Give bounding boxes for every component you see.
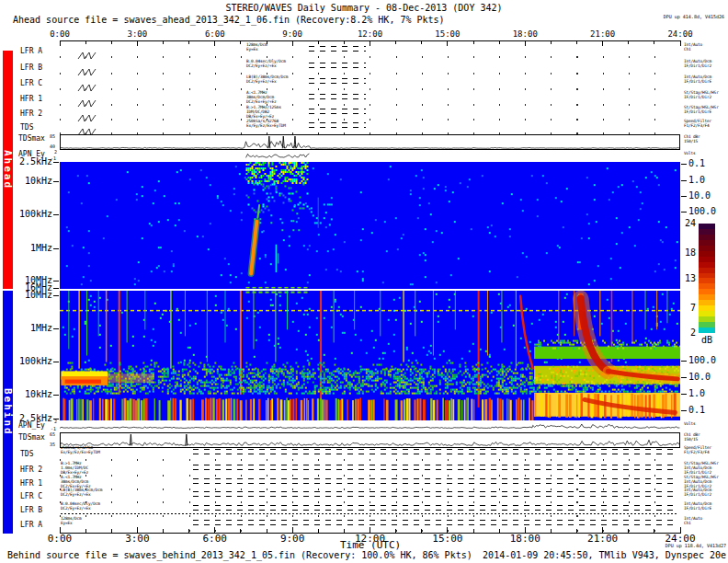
- row-right-annotation: F1/F2/F3/F4: [684, 124, 710, 129]
- freq-tick-label: 1MHz: [12, 324, 52, 333]
- row-dash-line: [309, 51, 366, 52]
- freq-tick: [53, 248, 59, 249]
- row-hour-ticks: [60, 530, 680, 532]
- time-tick: [525, 40, 526, 46]
- time-tick: [447, 40, 448, 46]
- time-tick: [111, 40, 112, 44]
- time-tick: [292, 40, 293, 46]
- row-annotation: DC2/Ey+Ez/+Ex: [61, 507, 91, 511]
- bottom-time-label: 12:00: [348, 534, 392, 544]
- ahead-spectrogram: [60, 162, 680, 289]
- behind-tdsmax-right-2: 150/15: [684, 438, 698, 442]
- right-tick-label: 10.0: [688, 373, 711, 382]
- row-dash-line: [309, 78, 366, 79]
- row-annotation: DC2/Ey+Ez/+Ex: [246, 64, 277, 69]
- row-dash-line: [193, 465, 678, 465]
- time-tick: [499, 40, 500, 44]
- row-hour-ticks: [60, 132, 680, 134]
- colorbar-tick-label: 7: [676, 304, 696, 313]
- time-tick: [85, 40, 86, 44]
- row-right-annotation: IF/Dir1/DirE: [684, 80, 711, 85]
- ahead-apn-ey-plot: [60, 150, 680, 162]
- freq-tick: [53, 362, 59, 362]
- colorbar-tick-label: 2: [676, 328, 696, 338]
- time-tick: [628, 40, 629, 44]
- row-label: TDS: [20, 451, 33, 458]
- behind-apn-right: Volts: [684, 422, 696, 427]
- freq-tick-label: 2.5kHz: [12, 414, 52, 423]
- row-label: TDS: [20, 124, 33, 132]
- top-time-label: 9:00: [274, 30, 311, 39]
- bottom-time-label: 18:00: [503, 534, 547, 544]
- row-annotation: Ey=Ex: [61, 522, 73, 526]
- time-tick: [654, 40, 654, 44]
- right-tick: [681, 180, 687, 181]
- row-label: LFR A: [20, 522, 42, 529]
- time-tick: [163, 40, 164, 44]
- row-dash-line: [309, 63, 366, 63]
- behind-apn-ymax: 2: [54, 419, 57, 424]
- freq-tick-label: 1MHz: [12, 244, 52, 253]
- stereo-waves-summary-page: STEREO/WAVES Daily Summary - 08-Dec-2013…: [0, 0, 728, 563]
- row-label: LFR C: [20, 493, 42, 500]
- top-time-label: 3:00: [119, 30, 155, 39]
- row-right-annotation: IF/Dir1/DirE: [684, 507, 711, 511]
- top-time-axis: [60, 40, 681, 41]
- right-tick-label: 0.1: [688, 406, 705, 415]
- row-dash-line: [193, 505, 678, 506]
- row-hour-ticks: [60, 88, 680, 90]
- row-hour-ticks: [60, 488, 680, 490]
- top-time-label: 18:00: [506, 30, 543, 39]
- bottom-time-label: 15:00: [426, 534, 470, 544]
- row-hour-ticks: [60, 56, 680, 58]
- freq-tick: [53, 288, 59, 289]
- time-tick: [60, 40, 61, 46]
- freq-tick: [53, 281, 59, 282]
- row-dash-line: [193, 449, 678, 450]
- freq-tick: [53, 214, 59, 215]
- row-dash-line: [309, 98, 366, 99]
- row-dash-line: [193, 510, 678, 511]
- freq-tick-label: 10kHz: [12, 390, 52, 399]
- ahead-apn-right: Volts: [684, 152, 696, 156]
- top-time-label: 0:00: [41, 30, 78, 39]
- row-label: LFR B: [20, 64, 42, 72]
- top-time-label: 24:00: [662, 30, 699, 39]
- right-tick-label: 1.0: [688, 176, 705, 185]
- right-tick: [681, 377, 687, 378]
- right-tick-label: 0.1: [688, 159, 705, 168]
- row-right-annotation: IF/Dir1/Dir2: [684, 96, 711, 100]
- top-time-label: 21:00: [585, 30, 621, 39]
- freq-tick: [53, 162, 59, 163]
- behind-apn-label: APN_Ey: [18, 422, 45, 430]
- time-tick: [370, 40, 370, 46]
- right-tick-label: 10.0: [688, 191, 711, 201]
- behind-spectrogram: [60, 291, 680, 420]
- time-tick: [551, 40, 552, 44]
- ahead-tdsmax-right-2: 150/15: [684, 140, 698, 144]
- row-dash-line: [193, 520, 678, 521]
- right-tick: [681, 196, 687, 197]
- row-dash-line: [309, 127, 366, 128]
- time-tick: [421, 40, 422, 44]
- row-annotation: Ex/Ey/Ez/Ex+EyTDM: [61, 451, 100, 455]
- freq-tick: [53, 419, 59, 419]
- row-label: HFR 1: [20, 480, 42, 488]
- bottom-time-label: 3:00: [115, 534, 159, 544]
- freq-tick-label: 2.5kHz: [12, 157, 52, 167]
- page-title: STEREO/WAVES Daily Summary - 08-Dec-2013…: [0, 4, 728, 13]
- row-label: LFR B: [20, 507, 42, 514]
- row-right-annotation: Ch1: [684, 522, 691, 526]
- row-annotation: DC2/Ey+Ez/+Ex: [246, 80, 277, 85]
- row-right-annotation: IF/Dir1/DirE: [684, 110, 711, 115]
- row-dash-line: [309, 113, 366, 114]
- dpu-status-top: DPU up 414.8d, V415d26: [664, 15, 724, 19]
- top-time-label: 6:00: [197, 30, 233, 39]
- row-dash-line: [309, 94, 366, 95]
- row-dash-line: [193, 483, 678, 484]
- colorbar-tick-label: 24: [676, 219, 696, 228]
- row-dash-line: [309, 46, 366, 47]
- ahead-tdsmax-label: TDSmax: [18, 135, 45, 143]
- row-dash-line: [309, 109, 366, 109]
- row-dash-line: [193, 469, 678, 470]
